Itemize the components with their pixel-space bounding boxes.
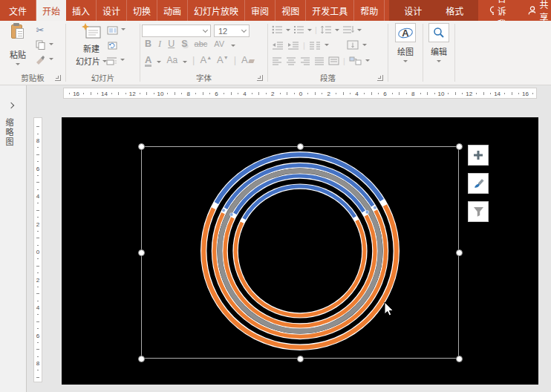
align-left-icon[interactable] xyxy=(272,56,282,65)
font-name-combobox[interactable] xyxy=(142,24,211,37)
tab-chart-format[interactable]: 格式 xyxy=(434,0,475,21)
chart-styles-button[interactable] xyxy=(468,173,489,194)
bullets-dropdown-arrow[interactable] xyxy=(286,29,290,31)
ruler-number: 2 xyxy=(325,91,333,97)
selection-handle[interactable] xyxy=(456,356,463,362)
line-spacing-icon[interactable] xyxy=(320,25,332,34)
character-spacing-dropdown-arrow[interactable] xyxy=(231,45,235,47)
format-painter-icon xyxy=(35,55,45,65)
slide-layout-icon xyxy=(107,26,118,35)
layout-dropdown-arrow[interactable] xyxy=(121,28,125,30)
selection-handle[interactable] xyxy=(138,356,145,362)
paragraph-dialog-launcher-icon[interactable] xyxy=(377,75,383,81)
editing-group: 编辑 xyxy=(423,21,454,85)
expand-pane-chevron-icon[interactable] xyxy=(8,102,14,108)
numbering-icon[interactable] xyxy=(293,25,304,34)
underline-button[interactable]: U xyxy=(168,39,175,49)
tab-transitions[interactable]: 切换 xyxy=(127,0,157,21)
align-text-dropdown-arrow[interactable] xyxy=(362,44,367,46)
italic-button[interactable]: I xyxy=(158,39,161,50)
selection-handle[interactable] xyxy=(138,249,145,256)
selection-handle[interactable] xyxy=(297,143,304,150)
ruler-tick xyxy=(36,210,39,211)
columns-icon[interactable] xyxy=(309,41,321,50)
ruler-number: 4 xyxy=(34,304,42,311)
align-text-icon[interactable] xyxy=(347,40,359,50)
bold-button[interactable]: B xyxy=(145,39,151,49)
bullets-icon[interactable] xyxy=(272,25,283,34)
reset-slide-button[interactable] xyxy=(106,39,118,50)
justify-icon[interactable] xyxy=(314,56,325,65)
tell-me-box[interactable]: 告诉我 xyxy=(481,0,518,21)
character-spacing-button[interactable]: AV xyxy=(214,39,224,48)
ruler-tick xyxy=(420,93,421,94)
share-label: 共享 xyxy=(539,0,551,23)
tab-animations[interactable]: 动画 xyxy=(157,0,188,21)
slide-canvas[interactable] xyxy=(62,117,538,385)
tab-insert[interactable]: 插入 xyxy=(66,0,97,21)
tab-design[interactable]: 设计 xyxy=(97,0,127,21)
ruler-tick xyxy=(483,92,484,95)
chart-filters-button[interactable] xyxy=(468,201,489,222)
text-shadow-button[interactable]: S xyxy=(181,39,187,49)
format-painter-dropdown-arrow[interactable] xyxy=(49,58,53,60)
change-case-button[interactable]: Aa xyxy=(166,55,177,65)
ruler-tick xyxy=(195,93,196,94)
shrink-font-button[interactable]: A▼ xyxy=(217,54,229,65)
ruler-tick xyxy=(36,126,39,127)
tab-view[interactable]: 视图 xyxy=(276,0,306,21)
drawing-button[interactable]: A 绘图 xyxy=(390,21,421,67)
format-painter-button[interactable] xyxy=(34,54,46,65)
ruler-number: 8 xyxy=(185,91,192,97)
cut-button[interactable]: ✂ xyxy=(34,24,46,36)
share-button[interactable]: 共享 xyxy=(518,0,551,21)
strikethrough-button[interactable]: abc xyxy=(195,39,208,48)
ruler-tick xyxy=(175,92,175,95)
layout-button[interactable] xyxy=(106,24,118,36)
decrease-indent-icon[interactable] xyxy=(272,41,284,50)
tab-home[interactable]: 开始 xyxy=(36,0,66,21)
align-center-icon[interactable] xyxy=(286,56,296,65)
font-dialog-launcher-icon[interactable] xyxy=(257,75,263,81)
text-direction-dropdown-arrow[interactable] xyxy=(357,29,362,31)
editing-button[interactable]: 编辑 xyxy=(423,21,454,67)
paste-dropdown-arrow[interactable] xyxy=(16,63,20,65)
line-spacing-dropdown-arrow[interactable] xyxy=(335,29,339,31)
ruler-number: 4 xyxy=(353,91,361,97)
numbering-dropdown-arrow[interactable] xyxy=(307,29,312,31)
change-case-dropdown-arrow[interactable] xyxy=(183,61,187,63)
font-color-button[interactable]: A xyxy=(145,56,151,67)
increase-indent-icon[interactable] xyxy=(287,41,299,50)
paste-button[interactable]: 粘贴 xyxy=(4,23,31,69)
drawing-group: A 绘图 xyxy=(388,21,423,85)
copy-dropdown-arrow[interactable] xyxy=(49,43,53,45)
grow-font-button[interactable]: A▲ xyxy=(200,54,212,65)
clipboard-dialog-launcher-icon[interactable] xyxy=(55,75,61,81)
smartart-dropdown-arrow[interactable] xyxy=(365,59,370,62)
tab-help[interactable]: 帮助 xyxy=(354,0,385,21)
align-right-icon[interactable] xyxy=(300,56,310,65)
tab-developer[interactable]: 开发工具 xyxy=(306,0,354,21)
selection-handle[interactable] xyxy=(456,249,463,256)
tab-file[interactable]: 文件 xyxy=(0,0,36,21)
tab-slide-show[interactable]: 幻灯片放映 xyxy=(188,0,245,21)
ruler-tick xyxy=(36,321,39,322)
thumbnails-pane-collapsed[interactable]: 缩略图 xyxy=(0,85,27,392)
tab-review[interactable]: 审阅 xyxy=(245,0,276,21)
selection-handle[interactable] xyxy=(456,143,463,150)
chart-elements-button[interactable] xyxy=(468,145,489,166)
selection-handle[interactable] xyxy=(138,143,145,150)
distribute-columns-icon[interactable] xyxy=(328,56,339,65)
tab-chart-design[interactable]: 设计 xyxy=(392,0,434,21)
copy-button[interactable] xyxy=(34,39,46,50)
clear-formatting-button[interactable]: A xyxy=(241,54,254,65)
font-color-dropdown-arrow[interactable] xyxy=(157,61,161,63)
section-dropdown-arrow[interactable] xyxy=(120,59,125,61)
columns-dropdown-arrow[interactable] xyxy=(325,44,329,46)
font-size-combobox[interactable]: 12 xyxy=(214,24,250,37)
selection-handle[interactable] xyxy=(297,356,304,362)
convert-to-smartart-icon[interactable] xyxy=(349,56,362,65)
text-direction-icon[interactable] xyxy=(342,25,354,34)
section-button[interactable] xyxy=(105,55,117,66)
ruler-tick xyxy=(36,377,39,378)
